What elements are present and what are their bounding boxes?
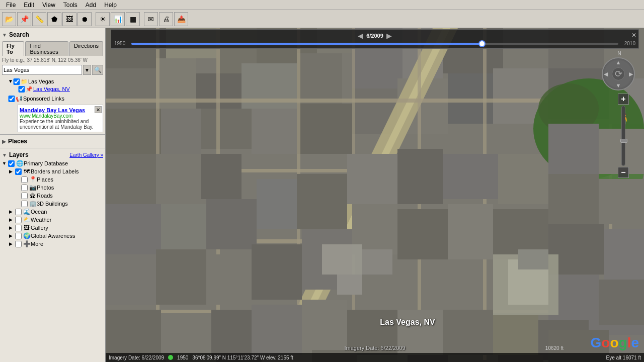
places-icon: 📍 bbox=[29, 176, 37, 183]
global-icon: 🌍 bbox=[23, 232, 31, 239]
result-child-checkbox[interactable] bbox=[18, 86, 25, 93]
result-parent-checkbox[interactable] bbox=[13, 78, 20, 85]
layer-borders-checkbox[interactable] bbox=[15, 168, 22, 175]
record-button[interactable]: ⏺ bbox=[77, 12, 92, 26]
nav-south-arrow[interactable]: ▼ bbox=[616, 82, 621, 88]
email-button[interactable]: ✉ bbox=[144, 12, 158, 26]
layer-places-label: Places bbox=[37, 176, 53, 183]
nav-east-arrow[interactable]: ▶ bbox=[629, 71, 633, 77]
map-canvas[interactable]: Las Vegas, NV ◀ 6/2009 ▶ ✕ 1950 2010 bbox=[106, 28, 644, 362]
sponsored-box: ✕ Mandalay Bay Las Vegas www.MandalayBay… bbox=[17, 105, 103, 132]
layer-3d-label: 3D Buildings bbox=[37, 201, 68, 207]
tab-fly-to[interactable]: Fly To bbox=[2, 41, 24, 56]
tab-directions[interactable]: Directions bbox=[69, 41, 103, 56]
earth-gallery-link[interactable]: Earth Gallery » bbox=[69, 152, 103, 158]
print-button[interactable]: 🖨 bbox=[159, 12, 173, 26]
nav-center[interactable]: ⟳ bbox=[612, 67, 625, 80]
svg-rect-59 bbox=[156, 249, 206, 305]
path-button[interactable]: 📏 bbox=[32, 12, 46, 26]
sun-button[interactable]: ☀ bbox=[96, 12, 110, 26]
ad-title[interactable]: Mandalay Bay Las Vegas bbox=[20, 107, 101, 113]
layer-3d-checkbox[interactable] bbox=[21, 201, 28, 207]
timeline-thumb[interactable] bbox=[478, 40, 486, 47]
timeline-slider[interactable] bbox=[131, 43, 618, 45]
layer-more-checkbox[interactable] bbox=[15, 241, 22, 247]
search-tabs: Fly To Find Businesses Directions bbox=[2, 41, 103, 56]
menu-file[interactable]: File bbox=[2, 1, 20, 10]
zoom-in-button[interactable]: + bbox=[618, 94, 629, 105]
menubar: File Edit View Tools Add Help bbox=[0, 0, 644, 10]
layer-primary-database[interactable]: ▼ 🌐 Primary Database bbox=[2, 159, 103, 167]
layer-gallery[interactable]: ▶ 🖼 Gallery bbox=[2, 224, 103, 232]
places-header[interactable]: ▶ Places bbox=[2, 137, 103, 146]
close-sponsored-button[interactable]: ✕ bbox=[95, 106, 102, 113]
layer-primary-db-checkbox[interactable] bbox=[8, 160, 15, 167]
layer-photos[interactable]: 📷 Photos bbox=[2, 184, 103, 192]
layer-weather[interactable]: ▶ ⛅ Weather bbox=[2, 216, 103, 224]
layer-roads-checkbox[interactable] bbox=[21, 193, 28, 199]
menu-edit[interactable]: Edit bbox=[20, 1, 38, 10]
nav-west-arrow[interactable]: ◀ bbox=[604, 71, 608, 77]
svg-rect-39 bbox=[106, 154, 156, 204]
overlay-button[interactable]: 🖼 bbox=[62, 12, 76, 26]
chart-button[interactable]: 📊 bbox=[111, 12, 125, 26]
result-child[interactable]: 📌 Las Vegas, NV bbox=[2, 85, 103, 93]
timeline-close-button[interactable]: ✕ bbox=[631, 32, 636, 39]
expand-icon[interactable]: ▼ bbox=[8, 78, 13, 84]
layer-more[interactable]: ▶ ➕ More bbox=[2, 240, 103, 248]
map-area[interactable]: Las Vegas, NV ◀ 6/2009 ▶ ✕ 1950 2010 bbox=[106, 28, 644, 362]
zoom-out-button[interactable]: − bbox=[618, 167, 629, 178]
timeline-next-button[interactable]: ▶ bbox=[386, 32, 392, 40]
zoom-slider-thumb[interactable] bbox=[620, 139, 627, 143]
layer-roads-label: Roads bbox=[37, 193, 53, 199]
svg-rect-61 bbox=[252, 244, 302, 300]
layer-photos-checkbox[interactable] bbox=[21, 185, 28, 191]
layer-ocean-expand: ▶ bbox=[9, 209, 14, 214]
timeline-prev-button[interactable]: ◀ bbox=[358, 32, 363, 40]
svg-rect-85 bbox=[443, 310, 493, 355]
places-triangle-icon: ▶ bbox=[2, 139, 6, 144]
ad-icon: 📢 bbox=[15, 96, 23, 102]
svg-rect-69 bbox=[322, 244, 362, 275]
menu-view[interactable]: View bbox=[38, 1, 59, 10]
layer-ocean[interactable]: ▶ 🌊 Ocean bbox=[2, 208, 103, 216]
layer-places-checkbox[interactable] bbox=[21, 176, 28, 183]
menu-tools[interactable]: Tools bbox=[59, 1, 82, 10]
sponsored-checkbox[interactable] bbox=[8, 96, 15, 102]
open-button[interactable]: 📂 bbox=[2, 12, 16, 26]
nav-ring[interactable]: ▲ ▼ ▶ ◀ ⟳ bbox=[602, 57, 635, 90]
layers-header[interactable]: ▼ Layers bbox=[2, 150, 29, 159]
svg-rect-77 bbox=[599, 280, 644, 325]
tab-find-businesses[interactable]: Find Businesses bbox=[25, 41, 68, 56]
search-go-button[interactable]: 🔍 bbox=[92, 65, 103, 75]
result-parent[interactable]: ▼ 📁 Las Vegas bbox=[2, 78, 103, 85]
svg-rect-78 bbox=[106, 310, 161, 360]
polygon-button[interactable]: ⬟ bbox=[47, 12, 61, 26]
layer-borders-labels[interactable]: ▶ 🗺 Borders and Labels bbox=[2, 167, 103, 175]
layer-weather-checkbox[interactable] bbox=[15, 217, 22, 223]
layer-global-checkbox[interactable] bbox=[15, 233, 22, 239]
menu-add[interactable]: Add bbox=[82, 1, 100, 10]
layer-places[interactable]: 📍 Places bbox=[2, 175, 103, 184]
menu-help[interactable]: Help bbox=[100, 1, 121, 10]
zoom-slider-track[interactable] bbox=[621, 106, 625, 166]
grid-button[interactable]: ▦ bbox=[126, 12, 140, 26]
result-parent-label: Las Vegas bbox=[28, 78, 54, 84]
result-child-label[interactable]: Las Vegas, NV bbox=[33, 86, 70, 92]
share-button[interactable]: 📤 bbox=[174, 12, 188, 26]
layer-expand-icon: ▼ bbox=[2, 161, 7, 166]
layer-gallery-checkbox[interactable] bbox=[15, 225, 22, 231]
svg-rect-41 bbox=[201, 154, 242, 199]
layer-gallery-label: Gallery bbox=[31, 225, 48, 231]
layer-weather-label: Weather bbox=[31, 217, 51, 223]
search-dropdown-button[interactable]: ▼ bbox=[83, 65, 91, 75]
search-header[interactable]: ▼ Search bbox=[2, 30, 103, 39]
svg-rect-102 bbox=[518, 249, 548, 269]
layer-global-awareness[interactable]: ▶ 🌍 Global Awareness bbox=[2, 232, 103, 240]
layer-3d-buildings[interactable]: 🏢 3D Buildings bbox=[2, 200, 103, 208]
layer-ocean-checkbox[interactable] bbox=[15, 209, 22, 215]
nav-north-arrow[interactable]: ▲ bbox=[616, 59, 621, 65]
layer-roads[interactable]: 🛣 Roads bbox=[2, 192, 103, 200]
placemark-button[interactable]: 📌 bbox=[17, 12, 31, 26]
search-input[interactable] bbox=[2, 65, 82, 75]
